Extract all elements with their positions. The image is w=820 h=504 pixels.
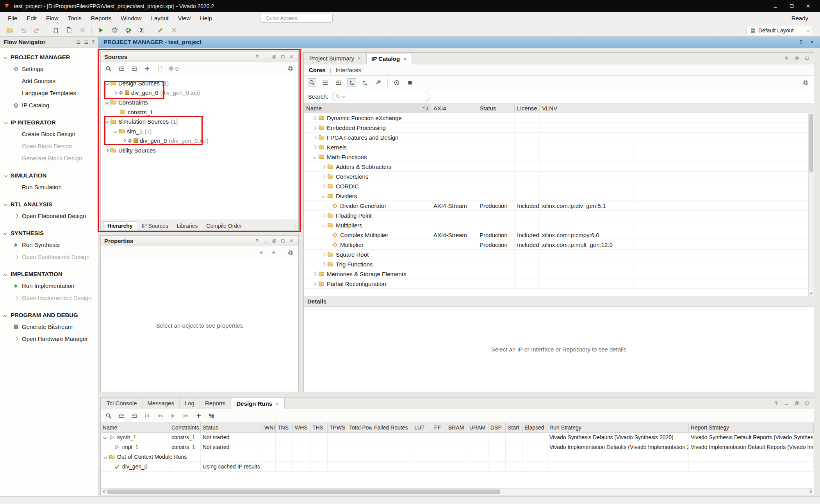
catalog-scrollbar[interactable]: [808, 113, 814, 296]
open-project-button[interactable]: [5, 26, 14, 35]
tree-item-constrs-1[interactable]: constrs_1: [101, 107, 298, 117]
chevron-down-icon[interactable]: [322, 194, 326, 198]
flow-section-header-ip-integrator[interactable]: IP INTEGRATOR: [0, 117, 98, 128]
ip-row-square-root[interactable]: Square Root: [304, 250, 814, 259]
copy-button[interactable]: [50, 26, 60, 35]
tab-tcl-console[interactable]: Tcl Console: [102, 398, 143, 409]
ip-row-embedded-processing[interactable]: Embedded Processing: [304, 123, 814, 133]
ip-row-conversions[interactable]: Conversions: [304, 172, 814, 181]
scroll-right-arrow[interactable]: [807, 489, 813, 495]
chevron-down-icon[interactable]: [322, 223, 326, 227]
horizontal-scrollbar[interactable]: [101, 488, 813, 494]
flow-section-header-project-manager[interactable]: PROJECT MANAGER: [0, 51, 98, 63]
column-header-dsp[interactable]: DSP: [488, 422, 506, 432]
layout-selector[interactable]: Default Layout: [747, 26, 813, 35]
column-header-run-strategy[interactable]: Run Strategy: [547, 422, 689, 432]
expand-all-icon[interactable]: [84, 40, 89, 44]
undo-button[interactable]: [18, 26, 28, 35]
add-sources-icon[interactable]: [143, 65, 151, 73]
scroll-down-arrow[interactable]: [809, 290, 814, 295]
back-arrow-icon[interactable]: [257, 249, 265, 257]
run-button[interactable]: [96, 26, 105, 35]
column-header-elapsed[interactable]: Elapsed: [522, 422, 547, 432]
collapse-all-icon[interactable]: [118, 65, 125, 73]
column-header-status[interactable]: Status: [477, 103, 515, 113]
sidebar-item-generate-bitstream[interactable]: Generate Bitstream: [0, 321, 98, 333]
tab-compile-order[interactable]: Compile Order: [203, 221, 246, 230]
collapse-all-icon[interactable]: [118, 412, 125, 420]
run-row-div-gen-0[interactable]: div_gen_0 Using cached IP results: [101, 462, 814, 472]
run-step-icon[interactable]: [169, 412, 177, 420]
paste-button[interactable]: [64, 26, 73, 35]
sidebar-item-create-block-design[interactable]: Create Block Design: [0, 128, 98, 140]
tab-ip-sources[interactable]: IP Sources: [138, 221, 172, 230]
ip-row-complex-multiplier[interactable]: Complex Multiplier AXI4-Stream Productio…: [304, 230, 814, 240]
ip-row-divider-generator[interactable]: Divider Generator AXI4-Stream Production…: [304, 201, 814, 211]
flow-section-header-synthesis[interactable]: SYNTHESIS: [0, 227, 98, 239]
flow-section-header-simulation[interactable]: SIMULATION: [0, 170, 98, 181]
chevron-down-icon[interactable]: [114, 129, 118, 133]
column-header-report-strategy[interactable]: Report Strategy: [689, 422, 814, 432]
window-maximize-button[interactable]: [783, 0, 800, 12]
column-header-status[interactable]: Status: [201, 422, 262, 432]
ip-row-trig-functions[interactable]: Trig Functions: [304, 259, 814, 269]
flow-section-header-rtl-analysis[interactable]: RTL ANALYSIS: [0, 199, 98, 210]
column-header-ths[interactable]: THS: [310, 422, 328, 432]
ip-row-memories-storage-elements[interactable]: Memories & Storage Elements: [304, 269, 814, 279]
collapse-all-icon[interactable]: [76, 40, 81, 44]
column-header-bram[interactable]: BRAM: [446, 422, 467, 432]
context-help-button[interactable]: ?: [798, 39, 804, 45]
scrollbar-thumb[interactable]: [809, 114, 813, 172]
quick-access-input[interactable]: [263, 15, 335, 21]
chevron-right-icon[interactable]: [122, 139, 126, 143]
float-icon[interactable]: [271, 238, 278, 244]
chevron-right-icon[interactable]: [322, 262, 326, 266]
column-header-constraints[interactable]: Constraints: [169, 422, 201, 432]
column-header-license[interactable]: License: [515, 103, 540, 113]
ip-block-icon[interactable]: [406, 78, 414, 87]
tab-hierarchy[interactable]: Hierarchy: [103, 221, 137, 230]
menu-help[interactable]: Help: [195, 13, 217, 23]
column-header-tns[interactable]: TNS: [276, 422, 293, 432]
flow-section-header-implementation[interactable]: IMPLEMENTATION: [0, 268, 98, 280]
tree-item-div-gen-0[interactable]: div_gen_0 (div_gen_0.xci): [101, 88, 298, 98]
ip-row-partial-reconfiguration[interactable]: Partial Reconfiguration: [304, 279, 814, 289]
sidebar-item-open-block-design[interactable]: Open Block Design: [0, 140, 98, 152]
sidebar-item-open-implemented-design[interactable]: Open Implemented Design: [0, 292, 98, 304]
ip-row-fpga-features-and-design[interactable]: FPGA Features and Design: [304, 133, 814, 142]
ip-search-input[interactable]: [346, 93, 426, 100]
run-row-impl-1[interactable]: impl_1 constrs_1 Not started Vivado Impl…: [101, 442, 814, 452]
close-tab-icon[interactable]: [275, 402, 279, 406]
sidebar-item-run-implementation[interactable]: Run Implementation: [0, 280, 98, 292]
flow-section-header-program-and-debug[interactable]: PROGRAM AND DEBUG: [0, 309, 98, 321]
menu-reports[interactable]: Reports: [86, 13, 116, 23]
tree-item-design-sources[interactable]: Design Sources (1): [101, 78, 298, 88]
scroll-left-arrow[interactable]: [101, 489, 107, 495]
help-icon[interactable]: ?: [253, 53, 260, 60]
chevron-down-icon[interactable]: [103, 435, 107, 439]
tab-messages[interactable]: Messages: [143, 398, 180, 409]
column-header-failed-routes[interactable]: Failed Routes: [372, 422, 412, 432]
gear-icon[interactable]: [801, 78, 810, 87]
clear-button[interactable]: [169, 26, 178, 35]
sidebar-item-ip-catalog[interactable]: IP Catalog: [0, 99, 98, 111]
float-icon[interactable]: [271, 53, 278, 60]
column-header-name[interactable]: Name: [101, 422, 169, 432]
sidebar-item-open-synthesized-design[interactable]: Open Synthesized Design: [0, 251, 98, 263]
settings-button[interactable]: [123, 26, 133, 35]
percent-icon[interactable]: %: [208, 412, 216, 420]
tree-item-sim-1[interactable]: sim_1 (1): [101, 126, 298, 136]
ip-status-icon[interactable]: [392, 78, 401, 87]
chevron-right-icon[interactable]: [313, 272, 317, 276]
chevron-right-icon[interactable]: [105, 149, 109, 153]
sidebar-item-open-elaborated-design[interactable]: Open Elaborated Design: [0, 210, 98, 222]
menu-file[interactable]: File: [3, 13, 22, 23]
chevron-right-icon[interactable]: [313, 116, 317, 120]
ip-row-floating-point[interactable]: Floating Point: [304, 211, 814, 220]
maximize-icon[interactable]: [279, 53, 286, 60]
ip-row-multipliers[interactable]: Multipliers: [304, 220, 814, 230]
sidebar-item-add-sources[interactable]: Add Sources: [0, 75, 98, 87]
expand-all-icon[interactable]: [334, 78, 343, 87]
float-icon[interactable]: [793, 55, 800, 62]
expand-all-icon[interactable]: [130, 65, 138, 73]
